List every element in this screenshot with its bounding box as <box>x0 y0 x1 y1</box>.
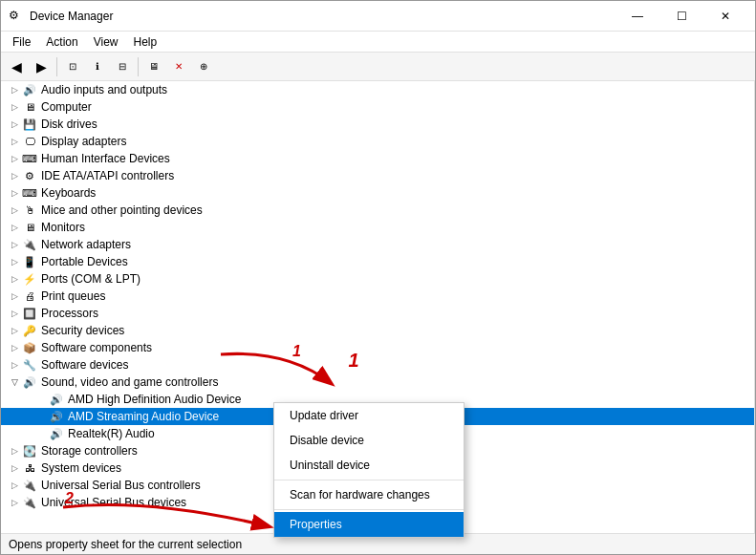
label-mice: Mice and other pointing devices <box>41 203 203 217</box>
toolbar-btn-scan[interactable]: ⊟ <box>111 55 134 78</box>
label-system: System devices <box>41 461 121 475</box>
label-audio-inputs: Audio inputs and outputs <box>41 83 167 96</box>
label-realtek: Realtek(R) Audio <box>68 427 155 440</box>
label-portable: Portable Devices <box>41 255 128 268</box>
expander-computer: ▷ <box>9 101 20 113</box>
tree-item-hid[interactable]: ▷ Human Interface Devices <box>1 150 754 167</box>
label-ports: Ports (COM & LPT) <box>41 272 140 286</box>
icon-ide <box>22 168 37 183</box>
tree-item-software-devices[interactable]: ▷ Software devices <box>1 356 754 374</box>
toolbar: ◀ ▶ ⊡ ℹ ⊟ 🖥 ✕ ⊕ <box>1 53 755 81</box>
toolbar-btn-update[interactable]: ⊕ <box>192 55 215 78</box>
back-button[interactable]: ◀ <box>5 55 28 78</box>
icon-ports <box>22 271 37 287</box>
menu-bar: File Action View Help <box>1 32 755 53</box>
label-software-components: Software components <box>41 341 152 354</box>
label-disk-drives: Disk drives <box>41 117 97 131</box>
expander-keyboards: ▷ <box>9 187 20 199</box>
label-processors: Processors <box>41 307 98 320</box>
label-security: Security devices <box>41 324 124 337</box>
icon-network <box>22 237 37 252</box>
icon-keyboards <box>22 185 37 201</box>
icon-monitors <box>22 220 37 235</box>
context-menu: Update driver Disable device Uninstall d… <box>273 402 464 538</box>
tree-item-print-queues[interactable]: ▷ Print queues <box>1 288 754 305</box>
tree-item-processors[interactable]: ▷ Processors <box>1 305 754 322</box>
ctx-disable-device[interactable]: Disable device <box>274 428 464 453</box>
badge-1: 1 <box>343 350 364 371</box>
ctx-properties[interactable]: Properties <box>274 512 464 537</box>
label-print-queues: Print queues <box>41 289 105 303</box>
expander-security: ▷ <box>9 325 20 336</box>
window-controls: — ☐ ✕ <box>616 1 747 32</box>
icon-audio-inputs <box>22 82 37 97</box>
icon-processors <box>22 306 37 321</box>
toolbar-separator-1 <box>56 57 57 76</box>
toolbar-btn-info[interactable]: ℹ <box>86 55 109 78</box>
ctx-uninstall-device[interactable]: Uninstall device <box>274 453 464 478</box>
expander-print-queues: ▷ <box>9 290 20 302</box>
expander-processors: ▷ <box>9 308 20 319</box>
tree-item-monitors[interactable]: ▷ Monitors <box>1 219 754 236</box>
label-monitors: Monitors <box>41 221 85 234</box>
label-amd-hd-audio: AMD High Definition Audio Device <box>68 393 241 406</box>
icon-display-adapters <box>22 134 37 149</box>
tree-item-ports[interactable]: ▷ Ports (COM & LPT) <box>1 270 754 288</box>
icon-amd-hd-audio <box>49 392 64 407</box>
icon-realtek <box>49 426 64 441</box>
menu-action[interactable]: Action <box>38 33 85 51</box>
tree-item-disk-drives[interactable]: ▷ Disk drives <box>1 116 754 133</box>
toolbar-separator-2 <box>138 57 139 76</box>
icon-storage <box>22 443 37 459</box>
icon-portable <box>22 254 37 269</box>
ctx-scan-hardware[interactable]: Scan for hardware changes <box>274 482 464 507</box>
forward-button[interactable]: ▶ <box>30 55 53 78</box>
tree-item-computer[interactable]: ▷ Computer <box>1 98 754 116</box>
label-hid: Human Interface Devices <box>41 152 170 165</box>
toolbar-btn-remove[interactable]: ✕ <box>167 55 190 78</box>
tree-item-ide[interactable]: ▷ IDE ATA/ATAPI controllers <box>1 167 754 184</box>
tree-item-audio-inputs[interactable]: ▷ Audio inputs and outputs <box>1 81 754 98</box>
tree-item-software-components[interactable]: ▷ Software components <box>1 339 754 356</box>
icon-mice <box>22 203 37 218</box>
tree-item-portable[interactable]: ▷ Portable Devices <box>1 253 754 270</box>
toolbar-btn-display[interactable]: 🖥 <box>142 55 165 78</box>
label-keyboards: Keyboards <box>41 186 96 200</box>
expander-software-devices: ▷ <box>9 359 20 371</box>
expander-monitors: ▷ <box>9 222 20 233</box>
maximize-button[interactable]: ☐ <box>659 1 703 32</box>
icon-print-queues <box>22 288 37 304</box>
expander-hid: ▷ <box>9 153 20 164</box>
tree-item-security[interactable]: ▷ Security devices <box>1 322 754 339</box>
toolbar-btn-properties[interactable]: ⊡ <box>61 55 84 78</box>
minimize-button[interactable]: — <box>616 1 659 32</box>
label-software-devices: Software devices <box>41 358 128 372</box>
icon-disk-drives <box>22 117 37 132</box>
tree-item-mice[interactable]: ▷ Mice and other pointing devices <box>1 202 754 219</box>
label-amd-streaming: AMD Streaming Audio Device <box>68 410 219 423</box>
window-title: Device Manager <box>30 10 113 23</box>
menu-file[interactable]: File <box>5 33 38 51</box>
expander-usb-devices: ▷ <box>9 497 20 508</box>
label-usb-devices: Universal Serial Bus devices <box>41 496 186 509</box>
icon-usb-controllers <box>22 478 37 493</box>
icon-amd-streaming <box>49 409 64 424</box>
close-button[interactable]: ✕ <box>703 1 747 32</box>
expander-disk-drives: ▷ <box>9 118 20 130</box>
icon-usb-devices <box>22 495 37 510</box>
tree-item-network[interactable]: ▷ Network adapters <box>1 236 754 253</box>
expander-usb-controllers: ▷ <box>9 480 20 491</box>
tree-item-sound[interactable]: ▽ Sound, video and game controllers <box>1 374 754 391</box>
title-bar: ⚙ Device Manager — ☐ ✕ <box>1 1 755 32</box>
menu-view[interactable]: View <box>86 33 126 51</box>
ctx-update-driver[interactable]: Update driver <box>274 403 464 428</box>
expander-mice: ▷ <box>9 204 20 216</box>
expander-portable: ▷ <box>9 256 20 267</box>
tree-item-keyboards[interactable]: ▷ Keyboards <box>1 184 754 202</box>
icon-software-devices <box>22 357 37 373</box>
expander-software-components: ▷ <box>9 342 20 353</box>
expander-storage: ▷ <box>9 445 20 457</box>
label-storage: Storage controllers <box>41 444 138 458</box>
menu-help[interactable]: Help <box>126 33 165 51</box>
tree-item-display-adapters[interactable]: ▷ Display adapters <box>1 133 754 150</box>
